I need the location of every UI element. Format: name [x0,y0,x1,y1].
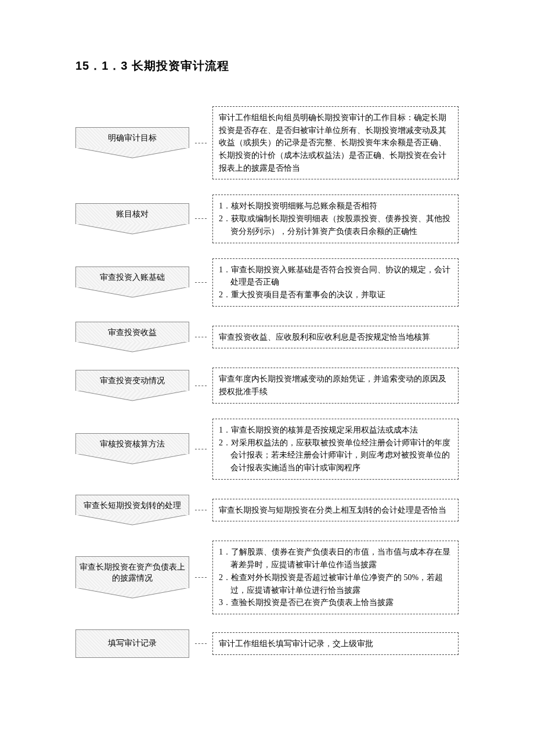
connector-line [195,577,207,578]
connector-line [195,143,207,143]
step-label: 审核投资核算方法 [75,433,189,454]
connector-line [195,449,207,449]
step-label: 填写审计记录 [75,629,189,658]
flow-step: 审核投资核算方法 [75,433,189,465]
flow-step: 审查投资入账基础 [75,267,189,298]
section-title: 15．1．3 长期投资审计流程 [75,58,459,74]
svg-marker-20 [75,515,189,525]
svg-marker-17 [75,454,189,464]
step-description: 审计工作组组长向组员明确长期投资审计的工作目标：确定长期投资是否存在、是否归被审… [212,106,459,179]
step-wrapper: 审查投资变动情况 [75,370,189,401]
description-line: 2．对采用权益法的，应获取被投资单位经注册会计师审计的年度会计报表；若未经注册会… [219,437,452,474]
flow-row: 审核投资核算方法 1．审查长期投资的核算是否按规定采用权益法或成本法2．对采用权… [75,419,459,480]
step-label: 审查长短期投资划转的处理 [75,495,189,516]
flow-step: 审查投资变动情况 [75,370,189,401]
flow-step: 审查投资收益 [75,322,189,353]
step-label: 审查长期投资在资产负债表上的披露情况 [75,556,189,588]
step-label: 审查投资收益 [75,322,189,343]
svg-marker-23 [75,588,189,598]
chevron-down-icon [75,342,189,352]
flow-row: 审查投资收益 审查投资收益、应收股利和应收利息是否按规定恰当地核算 [75,322,459,353]
chevron-down-icon [75,148,189,159]
chevron-down-icon [75,287,189,298]
flow-step: 审查长短期投资划转的处理 [75,495,189,526]
chevron-down-icon [75,588,189,599]
page: 15．1．3 长期投资审计流程 明确审计目标 审计工作组组长向组员明确长期投资审… [0,0,534,693]
connector-line [195,337,207,337]
step-wrapper: 审查长短期投资划转的处理 [75,495,189,526]
step-label: 明确审计目标 [75,127,189,148]
connector-line [195,386,207,386]
flow-step: 明确审计目标 [75,127,189,159]
svg-marker-11 [75,342,189,352]
description-line: 1．审查长期投资的核算是否按规定采用权益法或成本法 [219,424,452,437]
description-line: 1．核对长期投资明细账与总账余额是否相符 [219,200,452,213]
description-line: 2．获取或编制长期投资明细表（按股票投资、债券投资、其他投资分别列示），分别计算… [219,213,452,237]
step-description: 审查年度内长期投资增减变动的原始凭证，并追索变动的原因及授权批准手续 [212,368,459,403]
chevron-down-icon [75,224,189,235]
description-line: 审查投资收益、应收股利和应收利息是否按规定恰当地核算 [219,331,452,344]
description-line: 1．了解股票、债券在资产负债表日的市值，当市值与成本存在显著差异时，应提请被审计… [219,546,452,571]
step-description: 审计工作组组长填写审计记录，交上级审批 [212,632,459,656]
flow-row: 审查投资变动情况 审查年度内长期投资增减变动的原始凭证，并追索变动的原因及授权批… [75,368,459,403]
description-line: 1．审查长期投资入账基础是否符合投资合同、协议的规定，会计处理是否正确 [219,264,452,289]
step-description: 1．审查长期投资的核算是否按规定采用权益法或成本法2．对采用权益法的，应获取被投… [212,419,459,480]
svg-marker-2 [75,148,189,158]
svg-marker-14 [75,391,189,401]
connector-line [195,510,207,510]
flow-row: 审查长期投资在资产负债表上的披露情况 1．了解股票、债券在资产负债表日的市值，当… [75,541,459,614]
description-line: 2．检查对外长期投资是否超过被审计单位净资产的 50%，若超过，应提请被审计单位… [219,571,452,596]
connector-line [195,218,207,219]
step-description: 审查投资收益、应收股利和应收利息是否按规定恰当地核算 [212,326,459,349]
flow-rows: 明确审计目标 审计工作组组长向组员明确长期投资审计的工作目标：确定长期投资是否存… [75,106,459,658]
description-line: 审查长期投资与短期投资在分类上相互划转的会计处理是否恰当 [219,504,452,517]
flow-step: 账目核对 [75,203,189,235]
description-line: 2．重大投资项目是否有董事会的决议，并取证 [219,289,452,301]
step-label: 账目核对 [75,203,189,224]
chevron-down-icon [75,515,189,525]
flow-row: 账目核对 1．核对长期投资明细账与总账余额是否相符2．获取或编制长期投资明细表（… [75,195,459,243]
connector-line [195,282,207,283]
description-line: 审计工作组组长填写审计记录，交上级审批 [219,638,452,650]
step-wrapper: 审核投资核算方法 [75,433,189,465]
step-description: 1．核对长期投资明细账与总账余额是否相符2．获取或编制长期投资明细表（按股票投资… [212,195,459,243]
svg-marker-8 [75,287,189,297]
step-wrapper: 审查长期投资在资产负债表上的披露情况 [75,556,189,599]
step-wrapper: 明确审计目标 [75,127,189,159]
description-line: 3．查验长期投资是否已在资产负债表上恰当披露 [219,596,452,609]
svg-marker-5 [75,224,189,234]
step-wrapper: 填写审计记录 [75,629,189,658]
flow-row: 审查长短期投资划转的处理 审查长期投资与短期投资在分类上相互划转的会计处理是否恰… [75,495,459,526]
flow-row: 审查投资入账基础 1．审查长期投资入账基础是否符合投资合同、协议的规定，会计处理… [75,258,459,307]
connector-line [195,643,207,644]
flow-step: 审查长期投资在资产负债表上的披露情况 [75,556,189,599]
step-label: 审查投资入账基础 [75,267,189,287]
description-line: 审计工作组组长向组员明确长期投资审计的工作目标：确定长期投资是否存在、是否归被审… [219,111,452,174]
step-description: 审查长期投资与短期投资在分类上相互划转的会计处理是否恰当 [212,499,459,522]
step-description: 1．审查长期投资入账基础是否符合投资合同、协议的规定，会计处理是否正确2．重大投… [212,258,459,307]
description-line: 审查年度内长期投资增减变动的原始凭证，并追索变动的原因及授权批准手续 [219,373,452,398]
flow-row: 填写审计记录审计工作组组长填写审计记录，交上级审批 [75,629,459,658]
step-description: 1．了解股票、债券在资产负债表日的市值，当市值与成本存在显著差异时，应提请被审计… [212,541,459,614]
flow-step: 填写审计记录 [75,629,189,658]
chevron-down-icon [75,391,189,401]
step-wrapper: 审查投资收益 [75,322,189,353]
step-wrapper: 账目核对 [75,203,189,235]
step-label: 审查投资变动情况 [75,370,189,391]
chevron-down-icon [75,454,189,465]
step-wrapper: 审查投资入账基础 [75,267,189,298]
flow-row: 明确审计目标 审计工作组组长向组员明确长期投资审计的工作目标：确定长期投资是否存… [75,106,459,179]
